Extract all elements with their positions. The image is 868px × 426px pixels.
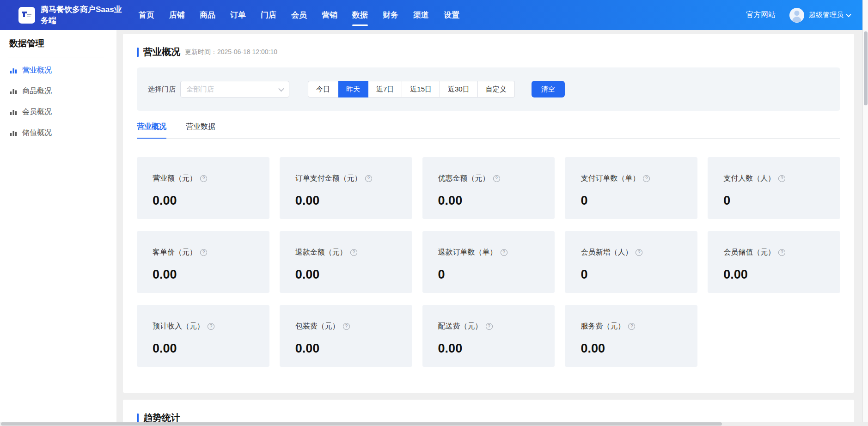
stat-card-label: 营业额（元）? <box>153 174 265 183</box>
nav-item-shop[interactable]: 店铺 <box>162 0 192 30</box>
stat-card-label-text: 营业额（元） <box>153 174 197 183</box>
sidebar-item-stored-value-overview[interactable]: 储值概况 <box>0 122 116 143</box>
update-time-label: 更新时间： <box>185 48 217 55</box>
stat-card-value: 0.00 <box>295 268 408 282</box>
nav-item-order[interactable]: 订单 <box>223 0 253 30</box>
help-icon[interactable]: ? <box>643 175 650 182</box>
avatar-person-icon <box>792 17 801 22</box>
range-button-last30[interactable]: 近30日 <box>440 81 478 97</box>
help-icon[interactable]: ? <box>200 249 207 256</box>
user-avatar[interactable] <box>789 8 804 23</box>
stat-card-packaging-fee: 包装费（元）?0.00 <box>280 305 412 367</box>
stat-card-label-text: 包装费（元） <box>295 322 340 331</box>
sidebar-item-label: 营业概况 <box>22 66 52 75</box>
range-button-last15[interactable]: 近15日 <box>402 81 440 97</box>
stat-card-label-text: 预计收入（元） <box>153 322 204 331</box>
store-select[interactable]: 全部门店 <box>180 81 289 97</box>
sidebar-item-label: 会员概况 <box>22 107 52 117</box>
stat-card-label: 预计收入（元）? <box>153 322 265 331</box>
main-content: 营业概况 更新时间：2025-06-18 12:00:10 选择门店 全部门店 … <box>116 30 862 422</box>
trend-panel: 趋势统计 <box>123 400 854 422</box>
avatar-person-icon <box>795 11 800 16</box>
stat-card-value: 0.00 <box>153 341 265 356</box>
sidebar-item-label: 商品概况 <box>22 86 52 96</box>
stat-card-discount-amount: 优惠金额（元）?0.00 <box>422 157 555 219</box>
sidebar-menu: 营业概况商品概况会员概况储值概况 <box>0 60 116 143</box>
help-icon[interactable]: ? <box>493 175 500 182</box>
help-icon[interactable]: ? <box>208 323 214 330</box>
stat-card-paid-user-count: 支付人数（人）?0 <box>708 157 840 219</box>
sidebar-item-member-overview[interactable]: 会员概况 <box>0 102 116 122</box>
stat-card-label-text: 订单支付金额（元） <box>295 174 362 183</box>
stat-card-label-text: 支付订单数（单） <box>581 174 640 183</box>
horizontal-scrollbar[interactable] <box>0 422 868 426</box>
range-button-yesterday[interactable]: 昨天 <box>338 81 368 97</box>
store-select-placeholder: 全部门店 <box>186 85 279 94</box>
stat-card-label-text: 退款订单数（单） <box>438 248 497 257</box>
nav-item-settings[interactable]: 设置 <box>436 0 467 30</box>
nav-item-goods[interactable]: 商品 <box>192 0 223 30</box>
help-icon[interactable]: ? <box>200 175 207 182</box>
vertical-scrollbar[interactable] <box>862 0 868 422</box>
nav-item-member[interactable]: 会员 <box>284 0 314 30</box>
stat-card-label-text: 会员储值（元） <box>723 248 775 257</box>
stat-card-label-text: 支付人数（人） <box>723 174 775 183</box>
stat-card-value: 0.00 <box>438 341 550 356</box>
sidebar-item-label: 储值概况 <box>22 128 52 138</box>
tab-business-overview[interactable]: 营业概况 <box>137 122 166 139</box>
stat-card-label: 客单价（元）? <box>153 248 265 257</box>
chevron-down-icon[interactable] <box>846 12 851 17</box>
stat-card-expected-income: 预计收入（元）?0.00 <box>137 305 269 367</box>
stat-card-label-text: 客单价（元） <box>153 248 197 257</box>
app-title: 腾马餐饮多商户Saas业务端 <box>41 4 125 26</box>
stat-card-value: 0 <box>438 268 550 282</box>
stat-cards: 营业额（元）?0.00订单支付金额（元）?0.00优惠金额（元）?0.00支付订… <box>137 157 840 367</box>
help-icon[interactable]: ? <box>778 175 785 182</box>
help-icon[interactable]: ? <box>501 249 507 256</box>
nav-item-finance[interactable]: 财务 <box>375 0 406 30</box>
divider <box>8 57 104 57</box>
help-icon[interactable]: ? <box>636 249 642 256</box>
help-icon[interactable]: ? <box>486 323 493 330</box>
stat-card-label: 优惠金额（元）? <box>438 174 550 183</box>
stat-card-refund-order-count: 退款订单数（单）?0 <box>422 231 555 293</box>
range-button-custom[interactable]: 自定义 <box>478 81 515 97</box>
range-button-today[interactable]: 今日 <box>308 81 338 97</box>
bar-chart-icon <box>10 129 18 137</box>
stat-card-value: 0 <box>581 268 693 282</box>
nav-item-store[interactable]: 门店 <box>253 0 284 30</box>
section-header: 营业概况 更新时间：2025-06-18 12:00:10 <box>137 46 840 58</box>
help-icon[interactable]: ? <box>628 323 635 330</box>
top-navbar: 腾马餐饮多商户Saas业务端 首页店铺商品订单门店会员营销数据财务渠道设置 官方… <box>0 0 862 30</box>
nav-item-home[interactable]: 首页 <box>131 0 162 30</box>
update-time-value: 2025-06-18 12:00:10 <box>217 48 277 55</box>
horizontal-scrollbar-thumb[interactable] <box>1 422 722 426</box>
help-icon[interactable]: ? <box>778 249 785 256</box>
help-icon[interactable]: ? <box>350 249 357 256</box>
help-icon[interactable]: ? <box>343 323 350 330</box>
nav-item-marketing[interactable]: 营销 <box>314 0 345 30</box>
stat-card-value: 0.00 <box>153 268 265 282</box>
user-name[interactable]: 超级管理员 <box>809 11 844 19</box>
stat-card-value: 0.00 <box>438 194 550 208</box>
sidebar-item-business-overview[interactable]: 营业概况 <box>0 60 116 81</box>
official-site-link[interactable]: 官方网站 <box>746 10 776 20</box>
stat-card-value: 0.00 <box>153 194 265 208</box>
overview-tabs: 营业概况营业数据 <box>137 122 840 139</box>
help-icon[interactable]: ? <box>365 175 372 182</box>
stat-card-label-text: 优惠金额（元） <box>438 174 490 183</box>
sidebar-item-goods-overview[interactable]: 商品概况 <box>0 81 116 102</box>
stat-card-revenue: 营业额（元）?0.00 <box>137 157 269 219</box>
clear-button[interactable]: 清空 <box>532 81 565 97</box>
nav-item-data[interactable]: 数据 <box>345 0 375 30</box>
stat-card-label: 退款金额（元）? <box>295 248 408 257</box>
vertical-scrollbar-thumb[interactable] <box>864 31 868 105</box>
business-overview-panel: 营业概况 更新时间：2025-06-18 12:00:10 选择门店 全部门店 … <box>123 34 854 393</box>
nav-item-channel[interactable]: 渠道 <box>406 0 436 30</box>
range-button-last7[interactable]: 近7日 <box>368 81 402 97</box>
section-accent-bar <box>137 48 139 57</box>
bar-chart-icon <box>10 67 18 74</box>
stat-card-paid-order-count: 支付订单数（单）?0 <box>565 157 697 219</box>
stat-card-label-text: 配送费（元） <box>438 322 483 331</box>
tab-business-data[interactable]: 营业数据 <box>186 122 215 139</box>
